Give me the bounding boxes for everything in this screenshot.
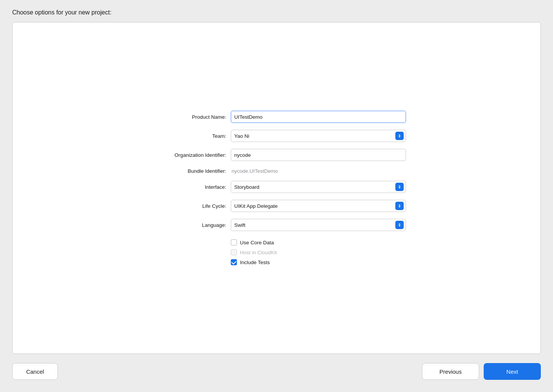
lifecycle-row: Life Cycle: UIKit App Delegate SwiftUI A… xyxy=(147,200,406,212)
host-cloudkit-checkbox[interactable] xyxy=(231,249,237,255)
team-label: Team: xyxy=(147,133,231,139)
host-cloudkit-row: Host in CloudKit xyxy=(231,249,406,255)
team-select-wrapper: Yao Ni xyxy=(231,130,406,142)
use-core-data-label: Use Core Data xyxy=(240,240,274,245)
team-select[interactable]: Yao Ni xyxy=(231,130,406,142)
interface-row: Interface: Storyboard SwiftUI xyxy=(147,181,406,193)
include-tests-checkbox[interactable] xyxy=(231,259,237,265)
host-cloudkit-label: Host in CloudKit xyxy=(240,250,277,255)
include-tests-label: Include Tests xyxy=(240,260,270,265)
language-control: Swift Objective-C xyxy=(231,219,406,231)
language-select[interactable]: Swift Objective-C xyxy=(231,219,406,231)
include-tests-row: Include Tests xyxy=(231,259,406,265)
use-core-data-row: Use Core Data xyxy=(231,239,406,245)
interface-select[interactable]: Storyboard SwiftUI xyxy=(231,181,406,193)
product-name-control xyxy=(231,111,406,123)
lifecycle-select-wrapper: UIKit App Delegate SwiftUI App xyxy=(231,200,406,212)
bottom-bar: Cancel Previous Next xyxy=(12,363,541,380)
right-buttons: Previous Next xyxy=(422,363,541,380)
lifecycle-label: Life Cycle: xyxy=(147,203,231,209)
checkbox-group: Use Core Data Host in CloudKit Include T… xyxy=(231,239,406,265)
language-label: Language: xyxy=(147,222,231,228)
org-identifier-label: Organization Identifier: xyxy=(147,152,231,158)
cancel-button[interactable]: Cancel xyxy=(12,363,58,380)
org-identifier-control xyxy=(231,149,406,161)
org-identifier-input[interactable] xyxy=(231,149,406,161)
bundle-identifier-value: nycode.UITestDemo xyxy=(231,168,278,174)
lifecycle-select[interactable]: UIKit App Delegate SwiftUI App xyxy=(231,200,406,212)
lifecycle-control: UIKit App Delegate SwiftUI App xyxy=(231,200,406,212)
product-name-row: Product Name: xyxy=(147,111,406,123)
team-row: Team: Yao Ni xyxy=(147,130,406,142)
interface-control: Storyboard SwiftUI xyxy=(231,181,406,193)
product-name-input[interactable] xyxy=(231,111,406,123)
next-button[interactable]: Next xyxy=(484,363,541,380)
org-identifier-row: Organization Identifier: xyxy=(147,149,406,161)
main-panel: Product Name: Team: Yao Ni xyxy=(12,22,541,354)
form-container: Product Name: Team: Yao Ni xyxy=(147,111,406,265)
language-row: Language: Swift Objective-C xyxy=(147,219,406,231)
interface-select-wrapper: Storyboard SwiftUI xyxy=(231,181,406,193)
previous-button[interactable]: Previous xyxy=(422,363,479,380)
team-control: Yao Ni xyxy=(231,130,406,142)
bundle-identifier-control: nycode.UITestDemo xyxy=(231,168,406,174)
bundle-identifier-row: Bundle Identifier: nycode.UITestDemo xyxy=(147,168,406,174)
page-title: Choose options for your new project: xyxy=(12,9,541,16)
bundle-identifier-label: Bundle Identifier: xyxy=(147,168,231,174)
interface-label: Interface: xyxy=(147,184,231,190)
language-select-wrapper: Swift Objective-C xyxy=(231,219,406,231)
product-name-label: Product Name: xyxy=(147,114,231,120)
use-core-data-checkbox[interactable] xyxy=(231,239,237,245)
